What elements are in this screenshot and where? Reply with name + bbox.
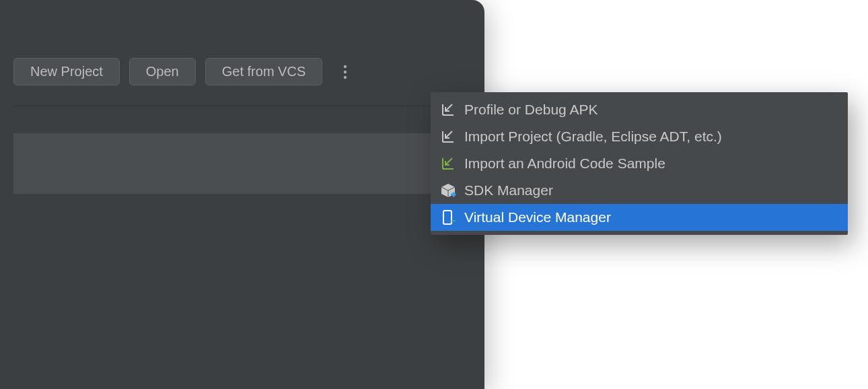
recent-project-highlight <box>13 133 484 194</box>
menu-item-label: Profile or Debug APK <box>464 102 598 118</box>
menu-item-sdk-manager[interactable]: SDK Manager <box>431 177 848 204</box>
svg-point-1 <box>344 70 347 73</box>
menu-item-label: Import an Android Code Sample <box>464 155 665 172</box>
import-arrow-icon <box>440 102 456 118</box>
svg-point-0 <box>344 65 347 67</box>
menu-item-label: Import Project (Gradle, Eclipse ADT, etc… <box>464 129 722 145</box>
import-sample-icon <box>440 155 456 172</box>
sdk-box-icon <box>440 182 456 199</box>
more-actions-button[interactable] <box>332 59 359 85</box>
svg-rect-3 <box>443 211 451 224</box>
welcome-toolbar: New Project Open Get from VCS <box>13 58 484 85</box>
import-arrow-icon <box>440 129 456 145</box>
more-actions-menu: Profile or Debug APK Import Project (Gra… <box>431 92 848 235</box>
svg-point-2 <box>344 75 347 78</box>
toolbar-divider <box>13 106 484 106</box>
menu-item-label: SDK Manager <box>464 182 553 199</box>
kebab-menu-icon <box>343 64 347 80</box>
open-button[interactable]: Open <box>129 58 196 85</box>
avd-device-icon <box>440 209 456 225</box>
welcome-window: New Project Open Get from VCS <box>0 0 484 389</box>
menu-item-label: Virtual Device Manager <box>464 209 611 225</box>
menu-item-import-project[interactable]: Import Project (Gradle, Eclipse ADT, etc… <box>431 123 848 150</box>
menu-item-profile-debug-apk[interactable]: Profile or Debug APK <box>431 96 848 123</box>
get-from-vcs-button[interactable]: Get from VCS <box>205 58 322 85</box>
menu-item-virtual-device-manager[interactable]: Virtual Device Manager <box>431 204 848 231</box>
new-project-button[interactable]: New Project <box>13 58 120 85</box>
menu-item-import-sample[interactable]: Import an Android Code Sample <box>431 150 848 177</box>
